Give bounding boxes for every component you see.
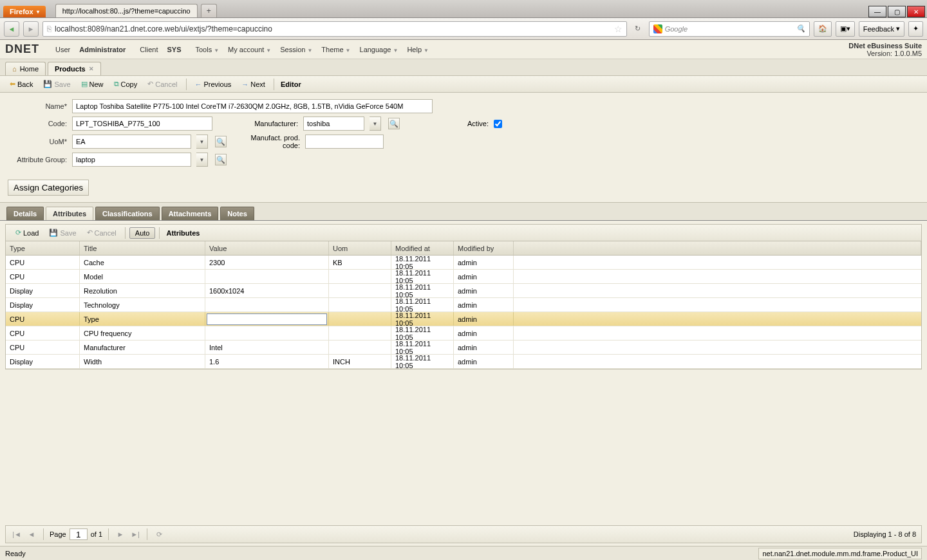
prev-page-button[interactable]: ◄ xyxy=(26,528,37,540)
app-header: DNET User Administrator Client SYS Tools… xyxy=(0,40,927,59)
col-spacer xyxy=(514,241,921,255)
table-cell: 18.11.2011 10:05 xyxy=(391,270,454,283)
cell-input[interactable] xyxy=(207,313,327,325)
uom-lookup[interactable]: 🔍 xyxy=(215,136,227,147)
subtabs: Details Attributes Classifications Attac… xyxy=(0,203,927,221)
search-icon[interactable]: 🔍 xyxy=(796,24,805,33)
forward-button[interactable]: ► xyxy=(23,21,39,37)
previous-button[interactable]: ←Previous xyxy=(191,78,236,91)
table-row[interactable]: CPUType18.11.2011 10:05admin xyxy=(6,312,921,326)
table-cell: Cache xyxy=(80,256,205,269)
manufacturer-input[interactable] xyxy=(303,117,364,131)
menu-help[interactable]: Help▼ xyxy=(404,44,432,55)
firefox-menu-button[interactable]: Firefox xyxy=(3,6,46,17)
table-cell: 18.11.2011 10:05 xyxy=(391,326,454,340)
app-logo: DNET xyxy=(5,42,39,56)
code-label: Code: xyxy=(8,120,67,127)
manufacturer-lookup[interactable]: 🔍 xyxy=(388,118,400,129)
manufacturer-dropdown[interactable]: ▼ xyxy=(370,117,381,131)
cell-editor[interactable] xyxy=(205,312,329,326)
table-cell: 18.11.2011 10:05 xyxy=(391,298,454,312)
table-cell: INCH xyxy=(329,355,391,368)
uom-dropdown[interactable]: ▼ xyxy=(196,135,208,149)
assign-categories-button[interactable]: Assign Categories xyxy=(8,180,89,196)
close-tab-icon[interactable]: ✕ xyxy=(89,66,94,72)
search-input[interactable]: Google 🔍 xyxy=(649,21,810,37)
maximize-button[interactable]: ▢ xyxy=(888,6,906,17)
menu-tools[interactable]: Tools▼ xyxy=(192,44,223,55)
copy-button[interactable]: ⧉Copy xyxy=(109,77,142,91)
subtab-classifications[interactable]: Classifications xyxy=(95,207,160,220)
menu-session[interactable]: Session▼ xyxy=(277,44,315,55)
table-cell: Intel xyxy=(205,341,329,354)
grid-save-button[interactable]: 💾Save xyxy=(44,226,80,239)
menu-account[interactable]: My account▼ xyxy=(225,44,274,55)
menu-theme[interactable]: Theme▼ xyxy=(318,44,353,55)
subtab-attachments[interactable]: Attachments xyxy=(162,207,219,220)
col-uom[interactable]: Uom xyxy=(329,241,391,255)
table-cell xyxy=(205,270,329,283)
bookmark-star-icon[interactable]: ☆ xyxy=(614,24,623,34)
minimize-button[interactable]: — xyxy=(868,6,886,17)
attrgrp-dropdown[interactable]: ▼ xyxy=(196,153,208,167)
new-tab-button[interactable]: + xyxy=(201,4,217,17)
name-input[interactable] xyxy=(72,99,433,113)
table-cell: 2300 xyxy=(205,256,329,269)
addon-button[interactable]: ✦ xyxy=(908,21,923,37)
col-value[interactable]: Value xyxy=(205,241,329,255)
tab-home[interactable]: ⌂Home xyxy=(5,62,46,75)
mpc-input[interactable] xyxy=(305,135,384,149)
save-button[interactable]: 💾Save xyxy=(39,77,75,91)
subtab-notes[interactable]: Notes xyxy=(220,207,254,220)
load-button[interactable]: ⟳Load xyxy=(11,226,43,239)
page-input[interactable] xyxy=(70,528,88,540)
attrgrp-input[interactable] xyxy=(72,153,191,167)
col-title[interactable]: Title xyxy=(80,241,205,255)
refresh-button[interactable]: ⟳ xyxy=(153,528,165,540)
subtab-details[interactable]: Details xyxy=(6,207,44,220)
menu-client-value[interactable]: SYS xyxy=(164,44,184,55)
back-button[interactable]: ◄ xyxy=(4,21,19,37)
table-row[interactable]: CPUModel18.11.2011 10:05admin xyxy=(6,270,921,284)
menu-language[interactable]: Language▼ xyxy=(357,44,402,55)
url-input[interactable]: ⎘ localhost:8089/nan21.dnet.core.web/ui/… xyxy=(42,21,627,37)
table-cell: admin xyxy=(454,326,514,340)
grid-cancel-button[interactable]: ↶Cancel xyxy=(82,226,121,239)
browser-tab[interactable]: http://localhost:80...js/?theme=capuccin… xyxy=(55,4,198,17)
table-row[interactable]: DisplayTechnology18.11.2011 10:05admin xyxy=(6,298,921,312)
attrgrp-lookup[interactable]: 🔍 xyxy=(215,154,227,165)
table-row[interactable]: CPUManufacturerIntel18.11.2011 10:05admi… xyxy=(6,341,921,355)
table-row[interactable]: DisplayWidth1.6INCH18.11.2011 10:05admin xyxy=(6,355,921,369)
new-button[interactable]: ▤New xyxy=(77,77,108,91)
menu-user-value[interactable]: Administrator xyxy=(76,44,129,55)
table-row[interactable]: CPUCache2300KB18.11.2011 10:05admin xyxy=(6,256,921,270)
code-input[interactable] xyxy=(72,117,212,131)
col-modified-at[interactable]: Modified at xyxy=(391,241,454,255)
next-button[interactable]: →Next xyxy=(237,78,270,91)
last-page-button[interactable]: ►| xyxy=(129,528,141,540)
reload-button[interactable]: ↻ xyxy=(631,22,645,36)
tab-products[interactable]: Products✕ xyxy=(48,62,101,75)
subtab-attributes[interactable]: Attributes xyxy=(46,207,93,220)
table-cell: Technology xyxy=(80,298,205,312)
back-button[interactable]: ⬅Back xyxy=(5,77,37,91)
col-type[interactable]: Type xyxy=(6,241,80,255)
feedback-button[interactable]: Feedback ▾ xyxy=(859,21,904,37)
table-cell: 18.11.2011 10:05 xyxy=(391,341,454,354)
cancel-button[interactable]: ↶Cancel xyxy=(143,77,182,91)
active-checkbox[interactable] xyxy=(494,120,502,128)
col-modified-by[interactable]: Modified by xyxy=(454,241,514,255)
first-page-button[interactable]: |◄ xyxy=(11,528,23,540)
table-row[interactable]: DisplayRezolution1600x102418.11.2011 10:… xyxy=(6,284,921,298)
table-cell: admin xyxy=(454,256,514,269)
bookmarks-button[interactable]: ▣▾ xyxy=(836,21,855,37)
table-cell: admin xyxy=(454,341,514,354)
home-button[interactable]: 🏠 xyxy=(814,21,832,37)
close-button[interactable]: ✕ xyxy=(907,6,925,17)
next-page-button[interactable]: ► xyxy=(115,528,126,540)
mpc-label: Manufact. prod. code: xyxy=(232,134,300,149)
table-cell xyxy=(329,298,391,312)
table-row[interactable]: CPUCPU frequency18.11.2011 10:05admin xyxy=(6,326,921,341)
auto-button[interactable]: Auto xyxy=(129,227,156,239)
uom-input[interactable] xyxy=(72,135,191,149)
